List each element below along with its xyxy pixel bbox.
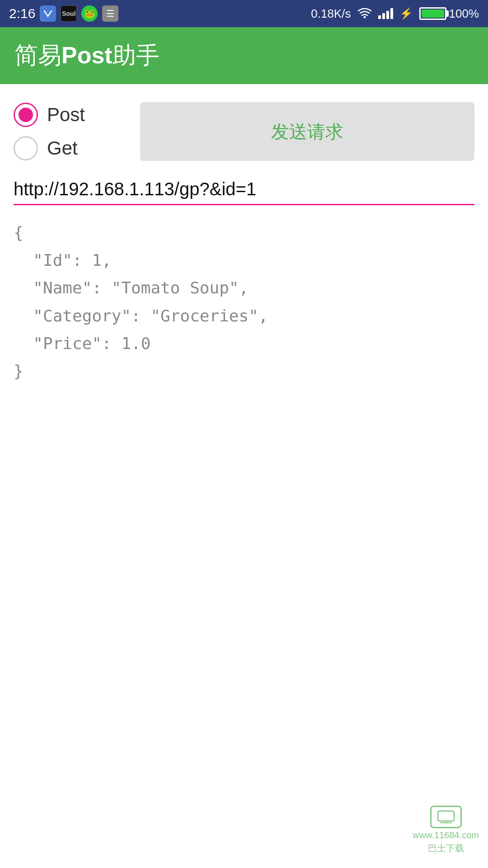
url-section	[14, 175, 474, 205]
network-speed: 0.18K/s	[311, 7, 351, 21]
svg-point-0	[363, 16, 366, 18]
status-bar: 2:16 Soul 🐸 ☰ 0.18K/s ⚡	[0, 0, 488, 27]
status-left: 2:16 Soul 🐸 ☰	[9, 5, 118, 22]
send-request-button[interactable]: 发送请求	[140, 102, 474, 161]
battery-percent: 100%	[449, 7, 479, 21]
app-bar: 简易Post助手	[0, 27, 488, 84]
memo-icon: ☰	[102, 5, 118, 22]
watermark: www.11684.com 巴士下载	[413, 806, 479, 854]
title-bold: Post	[61, 42, 113, 68]
title-prefix: 简易	[14, 42, 61, 68]
status-right: 0.18K/s ⚡ 100%	[311, 6, 479, 21]
get-radio-label: Get	[47, 137, 78, 159]
post-radio-circle	[14, 103, 38, 127]
signal-icon	[378, 8, 393, 19]
watermark-icon	[430, 806, 462, 828]
wifi-icon	[357, 6, 372, 21]
post-radio-inner	[19, 108, 33, 122]
svg-rect-1	[438, 811, 454, 821]
watermark-site: www.11684.com	[413, 830, 479, 840]
battery-container: 100%	[419, 7, 479, 21]
post-radio-label: Post	[47, 104, 85, 126]
method-row: Post Get 发送请求	[14, 102, 474, 161]
post-radio-item[interactable]: Post	[14, 103, 131, 127]
battery-bar	[419, 7, 446, 20]
status-time: 2:16	[9, 6, 35, 21]
charging-icon: ⚡	[399, 7, 413, 20]
get-radio-item[interactable]: Get	[14, 136, 131, 160]
app-bar-title: 简易Post助手	[14, 40, 474, 71]
watermark-name: 巴士下载	[428, 842, 464, 854]
response-area: { "Id": 1, "Name": "Tomato Soup", "Categ…	[14, 219, 474, 385]
soul-icon: Soul	[61, 5, 77, 22]
main-content: Post Get 发送请求 { "Id": 1, "Name": "Tomato…	[0, 84, 488, 868]
frog-icon: 🐸	[81, 5, 98, 22]
url-input[interactable]	[14, 175, 474, 205]
radio-group: Post Get	[14, 103, 131, 160]
title-suffix: 助手	[113, 42, 160, 68]
vivo-icon	[40, 5, 56, 22]
battery-fill	[422, 9, 444, 18]
get-radio-circle	[14, 136, 38, 160]
